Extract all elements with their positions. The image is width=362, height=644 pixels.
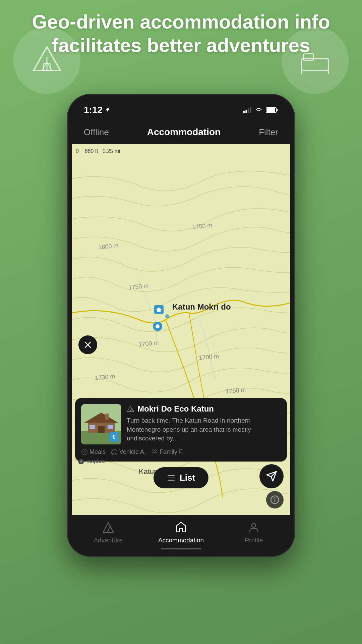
family-label: Family F. bbox=[160, 448, 184, 455]
info-card-title-row: Mokri Do Eco Katun bbox=[127, 404, 281, 414]
list-icon bbox=[167, 474, 176, 482]
svg-rect-15 bbox=[267, 108, 275, 112]
svg-rect-42 bbox=[105, 414, 109, 420]
info-card-title: Mokri Do Eco Katun bbox=[137, 404, 214, 414]
svg-rect-11 bbox=[248, 108, 249, 113]
mapbox-icon bbox=[78, 458, 84, 465]
svg-rect-47 bbox=[112, 451, 117, 453]
headline: Geo-driven accommodation info facilitate… bbox=[0, 10, 362, 57]
adventure-nav-label: Adventure bbox=[94, 537, 123, 544]
svg-point-48 bbox=[112, 453, 113, 454]
nav-item-profile[interactable]: Profile bbox=[218, 520, 290, 547]
home-indicator bbox=[161, 548, 201, 549]
svg-text:Katun Mokri do: Katun Mokri do bbox=[172, 302, 231, 311]
navigate-icon bbox=[266, 471, 277, 482]
svg-rect-40 bbox=[89, 425, 95, 429]
scale-label: 0 660 ft 0.25 mi bbox=[76, 148, 120, 154]
bottom-navigation: Adventure Accommodation bbox=[72, 515, 290, 552]
filter-button[interactable]: Filter bbox=[259, 127, 278, 138]
svg-rect-14 bbox=[277, 109, 278, 111]
info-icon bbox=[270, 495, 280, 504]
list-label: List bbox=[180, 473, 195, 483]
accommodation-image: € bbox=[81, 404, 121, 444]
info-card-tags: Meals Vehicle A. bbox=[81, 448, 281, 455]
svg-line-2 bbox=[42, 62, 47, 70]
page-title: Accommodation bbox=[147, 127, 221, 138]
vehicle-label: Vehicle A. bbox=[119, 448, 146, 455]
info-card-content: Mokri Do Eco Katun Turn back time. The K… bbox=[127, 404, 281, 443]
svg-rect-41 bbox=[108, 425, 113, 429]
svg-point-61 bbox=[252, 523, 256, 527]
accommodation-nav-icon bbox=[174, 520, 188, 535]
meals-tag: Meals bbox=[81, 448, 106, 455]
svg-line-3 bbox=[47, 62, 52, 70]
signal-icon bbox=[243, 107, 251, 113]
accommodation-icon bbox=[127, 405, 134, 413]
info-button[interactable] bbox=[266, 491, 284, 508]
svg-rect-10 bbox=[245, 110, 247, 113]
family-tag: Family F. bbox=[151, 448, 184, 455]
euro-badge: € bbox=[109, 432, 119, 442]
svg-point-49 bbox=[115, 453, 116, 454]
profile-nav-icon bbox=[246, 520, 261, 535]
wifi-icon bbox=[255, 107, 263, 113]
svg-marker-44 bbox=[130, 408, 134, 412]
vehicle-icon bbox=[111, 449, 118, 455]
adventure-nav-icon bbox=[101, 520, 116, 535]
profile-nav-label: Profile bbox=[245, 537, 263, 544]
map-area[interactable]: 1750 m 1800 m 1750 m 1700 m 1700 m 1750 … bbox=[72, 144, 290, 515]
svg-point-50 bbox=[153, 449, 154, 451]
location-arrow-icon bbox=[105, 107, 111, 113]
list-button[interactable]: List bbox=[154, 467, 208, 488]
svg-marker-60 bbox=[107, 526, 113, 532]
top-navigation: Offline Accommodation Filter bbox=[72, 120, 290, 144]
mapbox-label: mapbox bbox=[86, 459, 106, 465]
accommodation-nav-label: Accommodation bbox=[158, 537, 204, 544]
vehicle-tag: Vehicle A. bbox=[111, 448, 146, 455]
mapbox-logo: mapbox bbox=[78, 458, 106, 465]
svg-point-45 bbox=[82, 449, 87, 455]
svg-rect-9 bbox=[243, 111, 245, 113]
family-icon bbox=[151, 449, 158, 455]
phone-screen: 1:12 bbox=[72, 100, 290, 552]
notch bbox=[154, 100, 208, 112]
nav-item-accommodation[interactable]: Accommodation bbox=[144, 520, 217, 547]
svg-rect-39 bbox=[98, 426, 105, 433]
svg-point-29 bbox=[156, 324, 160, 328]
meals-label: Meals bbox=[89, 448, 106, 455]
navigate-button[interactable] bbox=[259, 464, 284, 488]
info-card-top: € Mokri Do Eco Katun Turn back t bbox=[81, 404, 281, 444]
offline-button[interactable]: Offline bbox=[84, 127, 109, 138]
phone-mockup: 1:12 bbox=[67, 94, 295, 557]
svg-rect-27 bbox=[157, 310, 161, 312]
info-card[interactable]: € Mokri Do Eco Katun Turn back t bbox=[75, 398, 287, 462]
status-icons bbox=[243, 107, 278, 113]
nav-item-adventure[interactable]: Adventure bbox=[72, 520, 144, 547]
info-card-description: Turn back time. The Katun Road in northe… bbox=[127, 416, 281, 443]
meals-icon bbox=[81, 449, 88, 455]
map-scale: 0 660 ft 0.25 mi bbox=[76, 148, 120, 154]
svg-point-24 bbox=[165, 314, 169, 318]
svg-rect-12 bbox=[250, 107, 251, 113]
status-time: 1:12 bbox=[84, 105, 103, 115]
close-button[interactable] bbox=[78, 335, 97, 354]
svg-point-58 bbox=[274, 497, 276, 498]
svg-point-51 bbox=[155, 449, 157, 451]
battery-icon bbox=[266, 107, 278, 113]
